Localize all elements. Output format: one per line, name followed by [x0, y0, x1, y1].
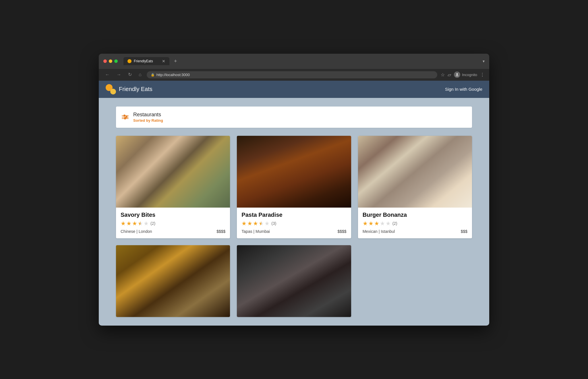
browser-titlebar: FriendlyEats ✕ + ▾ [99, 54, 489, 69]
card-info: Savory Bites ★★★★★★ (2) Chinese | London… [116, 208, 230, 238]
app-title: Friendly Eats [119, 86, 152, 92]
restaurants-panel[interactable]: Restaurants Sorted by Rating [116, 107, 472, 128]
home-button[interactable]: ⌂ [137, 71, 143, 78]
address-bar-right: ☆ ▱ Incognito ⋮ [441, 71, 485, 78]
restaurant-card[interactable]: Pasta Paradise ★★★★★★ (3) Tapas | Mumbai… [237, 136, 351, 238]
star-filled: ★ [121, 220, 126, 227]
card-price: $$$$ [216, 229, 225, 234]
card-image [358, 136, 472, 208]
card-name: Burger Bonanza [363, 212, 467, 218]
card-price: $$$$ [338, 229, 347, 234]
card-meta: Mexican | Istanbul $$$ [363, 229, 467, 234]
card-info: Burger Bonanza ★★★★★ (2) Mexican | Istan… [358, 208, 472, 238]
tab-dropdown-button[interactable]: ▾ [483, 59, 485, 63]
panel-title: Restaurants [133, 112, 163, 118]
app-header: Friendly Eats Sign In with Google [99, 81, 489, 98]
address-input[interactable]: 🔒 http://localhost:3000 [147, 71, 438, 78]
restaurant-card[interactable]: Savory Bites ★★★★★★ (2) Chinese | London… [116, 136, 230, 238]
star-filled: ★ [363, 220, 368, 227]
active-tab[interactable]: FriendlyEats ✕ [123, 57, 169, 65]
review-count: (2) [392, 221, 397, 226]
review-count: (2) [150, 221, 155, 226]
star-filled: ★ [247, 220, 252, 227]
app-content: Restaurants Sorted by Rating Savory Bite… [99, 98, 489, 326]
restaurant-card[interactable]: Burger Bonanza ★★★★★ (2) Mexican | Istan… [358, 136, 472, 238]
filter-icon [122, 115, 129, 119]
restaurant-card[interactable] [116, 245, 230, 317]
star-filled: ★ [241, 220, 247, 227]
card-info: Pasta Paradise ★★★★★★ (3) Tapas | Mumbai… [237, 208, 351, 238]
new-tab-button[interactable]: + [172, 57, 179, 65]
tab-title: FriendlyEats [134, 59, 153, 63]
card-meta: Tapas | Mumbai $$$$ [241, 229, 346, 234]
star-half: ★★ [138, 220, 143, 227]
incognito-avatar [454, 71, 460, 78]
forward-button[interactable]: → [115, 71, 123, 78]
star-filled: ★ [368, 220, 374, 227]
panel-subtitle: Sorted by Rating [133, 118, 163, 123]
logo-icon [106, 84, 116, 94]
card-name: Pasta Paradise [241, 212, 346, 218]
bookmark-button[interactable]: ☆ [441, 72, 445, 78]
card-name: Savory Bites [121, 212, 225, 218]
url-text: http://localhost:3000 [156, 73, 190, 77]
tab-close-button[interactable]: ✕ [162, 59, 165, 63]
tab-favicon [127, 59, 131, 63]
review-count: (3) [271, 221, 276, 226]
minimize-button[interactable] [109, 59, 112, 63]
split-screen-button[interactable]: ▱ [448, 72, 451, 78]
card-image [116, 136, 230, 208]
star-empty: ★ [380, 220, 385, 227]
close-button[interactable] [103, 59, 107, 63]
restaurant-card[interactable] [237, 245, 351, 317]
incognito-button[interactable]: Incognito [454, 71, 477, 78]
refresh-button[interactable]: ↻ [126, 71, 134, 78]
logo-circle-secondary [110, 89, 116, 94]
panel-text: Restaurants Sorted by Rating [133, 112, 163, 123]
card-meta: Chinese | London $$$$ [121, 229, 225, 234]
app-logo: Friendly Eats [106, 84, 152, 94]
star-half: ★★ [259, 220, 264, 227]
browser-window: FriendlyEats ✕ + ▾ ← → ↻ ⌂ 🔒 http://loca… [99, 54, 489, 326]
incognito-label: Incognito [462, 73, 477, 77]
star-filled: ★ [132, 220, 137, 227]
card-image [116, 245, 230, 317]
svg-point-0 [457, 74, 458, 75]
card-image [237, 136, 351, 208]
star-rating: ★★★★★★ (3) [241, 220, 346, 227]
card-price: $$$ [461, 229, 467, 234]
lock-icon: 🔒 [151, 73, 155, 77]
restaurant-grid: Savory Bites ★★★★★★ (2) Chinese | London… [116, 136, 472, 317]
star-rating: ★★★★★★ (2) [121, 220, 225, 227]
card-cuisine: Tapas | Mumbai [241, 229, 270, 234]
star-empty: ★ [144, 220, 149, 227]
more-button[interactable]: ⋮ [480, 72, 485, 78]
maximize-button[interactable] [114, 59, 118, 63]
address-bar: ← → ↻ ⌂ 🔒 http://localhost:3000 ☆ ▱ Inco… [99, 69, 489, 81]
card-cuisine: Mexican | Istanbul [363, 229, 395, 234]
sign-in-button[interactable]: Sign In with Google [445, 87, 482, 92]
star-empty: ★ [264, 220, 270, 227]
star-empty: ★ [386, 220, 391, 227]
card-image [237, 245, 351, 317]
star-filled: ★ [253, 220, 258, 227]
back-button[interactable]: ← [103, 71, 111, 78]
tab-bar: FriendlyEats ✕ + [123, 57, 479, 65]
traffic-lights [103, 59, 118, 63]
star-filled: ★ [374, 220, 379, 227]
card-cuisine: Chinese | London [121, 229, 152, 234]
filter-line-1 [122, 115, 129, 116]
star-filled: ★ [126, 220, 131, 227]
star-rating: ★★★★★ (2) [363, 220, 467, 227]
filter-line-3 [122, 118, 129, 119]
